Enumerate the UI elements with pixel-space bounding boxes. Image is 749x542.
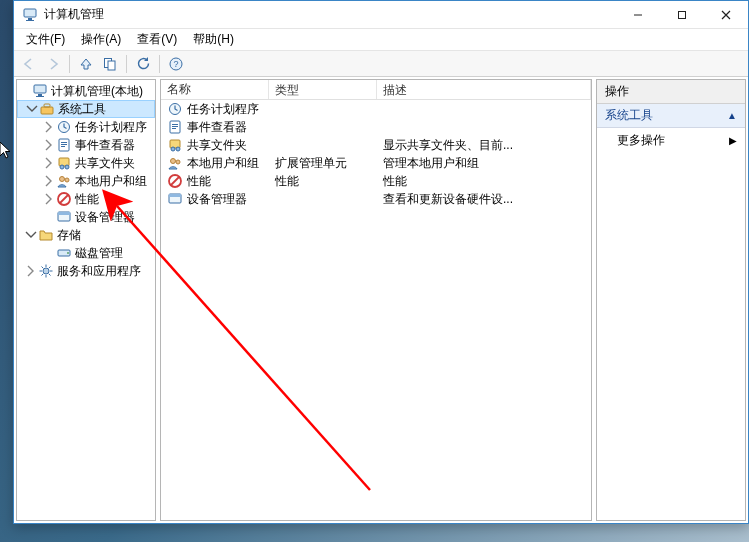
twisty-icon[interactable] (43, 211, 55, 223)
cell-name-text: 本地用户和组 (187, 155, 259, 172)
client-area: 计算机管理(本地) 系统工具 任务计划程序 事件查看器 (14, 77, 748, 523)
device-icon (56, 209, 72, 225)
tb-help-button[interactable] (165, 53, 187, 75)
result-list-pane[interactable]: 名称 类型 描述 任务计划程序事件查看器共享文件夹显示共享文件夹、目前...本地… (160, 79, 592, 521)
column-header-type[interactable]: 类型 (269, 80, 377, 99)
menu-view[interactable]: 查看(V) (129, 29, 185, 50)
tree-performance[interactable]: 性能 (17, 190, 155, 208)
toolbar-separator (69, 55, 70, 73)
tree-label: 计算机管理(本地) (51, 83, 143, 100)
twisty-collapsed-icon[interactable] (43, 193, 55, 205)
cell-type: 性能 (269, 173, 377, 190)
list-row[interactable]: 本地用户和组扩展管理单元管理本地用户和组 (161, 154, 591, 172)
maximize-button[interactable] (660, 1, 704, 28)
menu-bar: 文件(F) 操作(A) 查看(V) 帮助(H) (14, 29, 748, 51)
minimize-button[interactable] (616, 1, 660, 28)
computer-management-window: 计算机管理 文件(F) 操作(A) 查看(V) 帮助(H) (13, 0, 749, 524)
shared-folder-icon (56, 155, 72, 171)
scope-tree-pane[interactable]: 计算机管理(本地) 系统工具 任务计划程序 事件查看器 (16, 79, 156, 521)
clock-icon (167, 101, 183, 117)
tree-storage[interactable]: 存储 (17, 226, 155, 244)
twisty-expanded-icon[interactable] (26, 103, 38, 115)
app-icon (22, 7, 38, 23)
menu-file[interactable]: 文件(F) (18, 29, 73, 50)
twisty-icon[interactable] (43, 247, 55, 259)
twisty-collapsed-icon[interactable] (43, 139, 55, 151)
toolbar (14, 51, 748, 77)
list-row[interactable]: 事件查看器 (161, 118, 591, 136)
list-row[interactable]: 性能性能性能 (161, 172, 591, 190)
twisty-expanded-icon[interactable] (25, 229, 37, 241)
tree-label: 设备管理器 (75, 209, 135, 226)
tree-task-scheduler[interactable]: 任务计划程序 (17, 118, 155, 136)
cell-type: 扩展管理单元 (269, 155, 377, 172)
up-arrow-icon (78, 56, 94, 72)
tb-refresh-button[interactable] (132, 53, 154, 75)
cell-desc: 查看和更新设备硬件设... (377, 191, 591, 208)
list-row[interactable]: 设备管理器查看和更新设备硬件设... (161, 190, 591, 208)
tree-shared-folders[interactable]: 共享文件夹 (17, 154, 155, 172)
maximize-icon (677, 10, 687, 20)
tree-label: 存储 (57, 227, 81, 244)
list-body: 任务计划程序事件查看器共享文件夹显示共享文件夹、目前...本地用户和组扩展管理单… (161, 100, 591, 208)
toolbar-separator (159, 55, 160, 73)
computer-icon (32, 83, 48, 99)
tree-local-users[interactable]: 本地用户和组 (17, 172, 155, 190)
forbid-icon (167, 173, 183, 189)
cell-name: 共享文件夹 (161, 137, 269, 154)
window-titlebar[interactable]: 计算机管理 (14, 1, 748, 29)
tb-back-button[interactable] (18, 53, 40, 75)
column-header-name[interactable]: 名称 (161, 80, 269, 99)
twisty-collapsed-icon[interactable] (43, 157, 55, 169)
column-header-desc[interactable]: 描述 (377, 80, 591, 99)
tree-event-viewer[interactable]: 事件查看器 (17, 136, 155, 154)
collapse-up-icon: ▲ (727, 110, 737, 121)
list-row[interactable]: 共享文件夹显示共享文件夹、目前... (161, 136, 591, 154)
users-icon (56, 173, 72, 189)
cell-name-text: 任务计划程序 (187, 101, 259, 118)
forbidden-icon (56, 191, 72, 207)
tree-label: 共享文件夹 (75, 155, 135, 172)
cell-name: 设备管理器 (161, 191, 269, 208)
tb-properties-button[interactable] (99, 53, 121, 75)
tb-forward-button[interactable] (42, 53, 64, 75)
tree-system-tools[interactable]: 系统工具 (17, 100, 155, 118)
actions-more-link[interactable]: 更多操作 ▶ (597, 128, 745, 153)
cell-name-text: 事件查看器 (187, 119, 247, 136)
cell-name: 事件查看器 (161, 119, 269, 136)
tree-label: 本地用户和组 (75, 173, 147, 190)
actions-pane-title: 操作 (597, 80, 745, 104)
cell-name: 任务计划程序 (161, 101, 269, 118)
tree-services-apps[interactable]: 服务和应用程序 (17, 262, 155, 280)
tree-label: 磁盘管理 (75, 245, 123, 262)
tree-disk-management[interactable]: 磁盘管理 (17, 244, 155, 262)
tree-root[interactable]: 计算机管理(本地) (17, 82, 155, 100)
twisty-icon[interactable] (19, 85, 31, 97)
close-button[interactable] (704, 1, 748, 28)
actions-section-header[interactable]: 系统工具 ▲ (597, 104, 745, 128)
cell-name: 性能 (161, 173, 269, 190)
twisty-collapsed-icon[interactable] (43, 121, 55, 133)
help-icon (168, 56, 184, 72)
event-log-icon (56, 137, 72, 153)
cell-name: 本地用户和组 (161, 155, 269, 172)
minimize-icon (633, 10, 643, 20)
cell-name-text: 共享文件夹 (187, 137, 247, 154)
tree-device-manager[interactable]: 设备管理器 (17, 208, 155, 226)
list-row[interactable]: 任务计划程序 (161, 100, 591, 118)
twisty-collapsed-icon[interactable] (25, 265, 37, 277)
device-icon (167, 191, 183, 207)
tb-up-button[interactable] (75, 53, 97, 75)
cell-name-text: 设备管理器 (187, 191, 247, 208)
tree-label: 系统工具 (58, 101, 106, 118)
twisty-collapsed-icon[interactable] (43, 175, 55, 187)
forward-arrow-icon (45, 56, 61, 72)
share-icon (167, 137, 183, 153)
close-icon (721, 10, 731, 20)
event-icon (167, 119, 183, 135)
gear-icon (38, 263, 54, 279)
menu-help[interactable]: 帮助(H) (185, 29, 242, 50)
users-icon (167, 155, 183, 171)
cell-desc: 显示共享文件夹、目前... (377, 137, 591, 154)
menu-action[interactable]: 操作(A) (73, 29, 129, 50)
